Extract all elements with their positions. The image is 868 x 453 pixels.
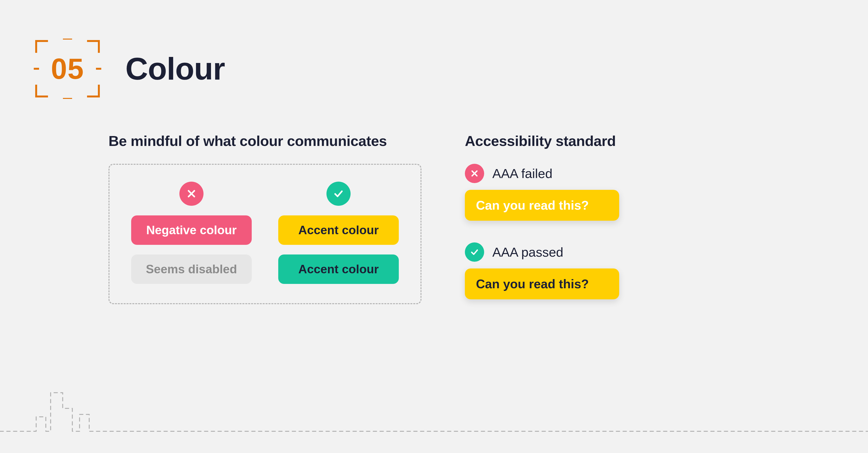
disabled-pill: Seems disabled (131, 254, 252, 284)
accessibility-column: Accessibility standard AAA failed Can yo… (465, 133, 619, 321)
good-examples-column: Accent colour Accent colour (278, 182, 399, 284)
check-icon (465, 242, 484, 262)
check-icon (327, 182, 350, 206)
page-title: Colour (125, 51, 225, 87)
colour-communication-column: Be mindful of what colour communicates N… (108, 133, 422, 321)
aaa-failed-row: AAA failed (465, 164, 619, 183)
cross-icon (179, 182, 204, 206)
aaa-passed-label: AAA passed (492, 245, 563, 260)
cross-icon (465, 164, 484, 183)
aaa-passed-pill: Can you read this? (465, 269, 619, 299)
bracket-decoration (34, 39, 101, 99)
content-row: Be mindful of what colour communicates N… (108, 133, 619, 321)
section-number-box: 05 (34, 39, 101, 99)
left-heading: Be mindful of what colour communicates (108, 133, 422, 149)
right-heading: Accessibility standard (465, 133, 619, 149)
decorative-wave (0, 386, 868, 439)
example-box: Negative colour Seems disabled Accent co… (108, 164, 422, 304)
accent-teal-pill: Accent colour (278, 254, 399, 284)
aaa-failed-pill: Can you read this? (465, 190, 619, 221)
aaa-failed-label: AAA failed (492, 166, 552, 181)
negative-colour-pill: Negative colour (131, 215, 252, 245)
slide-header: 05 Colour (34, 39, 225, 99)
accent-yellow-pill: Accent colour (278, 215, 399, 245)
bad-examples-column: Negative colour Seems disabled (131, 182, 252, 284)
aaa-passed-row: AAA passed (465, 242, 619, 262)
